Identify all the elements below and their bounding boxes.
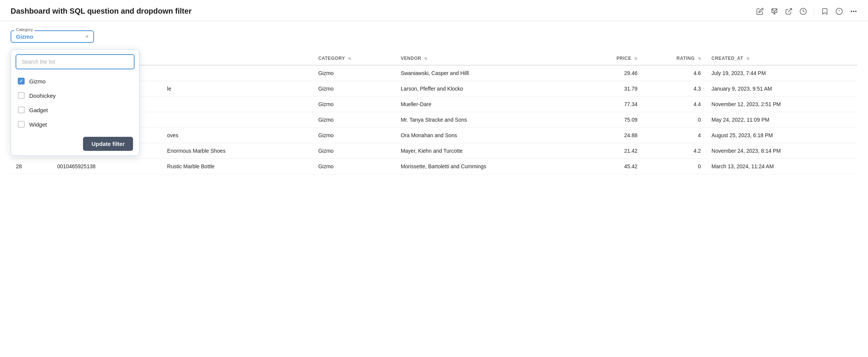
- cell-title: Enormous Marble Shoes: [162, 143, 313, 159]
- sort-icon-price: ⇅: [634, 56, 637, 61]
- sort-icon-category: ⇅: [348, 56, 351, 61]
- subscribe-icon[interactable]: [771, 8, 778, 15]
- cell-created: May 24, 2022, 11:09 PM: [706, 112, 857, 128]
- cell-title: [162, 97, 313, 112]
- col-header-price[interactable]: PRICE ⇅: [574, 52, 642, 65]
- cell-rating: 0: [643, 159, 706, 174]
- option-gizmo[interactable]: Gizmo: [11, 74, 139, 88]
- cell-vendor: Morissette, Bartoletti and Cummings: [395, 159, 574, 174]
- cell-vendor: Mayer, Kiehn and Turcotte: [395, 143, 574, 159]
- cell-category: Gizmo: [313, 112, 396, 128]
- cell-title: Rustic Marble Bottle: [162, 159, 313, 174]
- cell-rating: 4.6: [643, 65, 706, 81]
- option-doohickey-label: Doohickey: [29, 92, 56, 99]
- cell-category: Gizmo: [313, 97, 396, 112]
- col-header-created[interactable]: CREATED_AT ⇅: [706, 52, 857, 65]
- cell-vendor: Ora Monahan and Sons: [395, 128, 574, 143]
- cell-category: Gizmo: [313, 81, 396, 97]
- dropdown-search-container: [16, 54, 135, 69]
- dropdown-options: Gizmo Doohickey Gadget Widget: [11, 72, 139, 133]
- edit-icon[interactable]: [756, 8, 764, 15]
- option-gadget[interactable]: Gadget: [11, 103, 139, 117]
- cell-id: 28: [11, 159, 52, 174]
- svg-point-8: [853, 11, 854, 12]
- header: Dashboard with SQL question and dropdown…: [0, 0, 868, 21]
- cell-rating: 4.3: [643, 81, 706, 97]
- filter-pill[interactable]: Gizmo ×: [11, 30, 94, 43]
- svg-point-9: [855, 11, 857, 12]
- filter-dropdown: Gizmo Doohickey Gadget Widget Update fil…: [11, 49, 139, 156]
- svg-point-7: [851, 11, 852, 12]
- cell-category: Gizmo: [313, 128, 396, 143]
- option-widget[interactable]: Widget: [11, 117, 139, 132]
- filter-label: Category: [14, 27, 34, 32]
- cell-category: Gizmo: [313, 159, 396, 174]
- col-header-vendor[interactable]: VENDOR ⇅: [395, 52, 574, 65]
- checkbox-gizmo[interactable]: [18, 78, 25, 85]
- category-filter: Category Gizmo × Gizmo Doohickey: [11, 30, 94, 43]
- cell-category: Gizmo: [313, 65, 396, 81]
- cell-rating: 4.2: [643, 143, 706, 159]
- filter-clear-icon[interactable]: ×: [85, 34, 89, 40]
- cell-created: January 9, 2023, 9:51 AM: [706, 81, 857, 97]
- info-icon[interactable]: [835, 8, 843, 15]
- option-gizmo-label: Gizmo: [29, 78, 45, 85]
- option-gadget-label: Gadget: [29, 107, 48, 113]
- checkbox-widget[interactable]: [18, 121, 25, 128]
- cell-ean: 0010465925138: [52, 159, 162, 174]
- cell-vendor: Mr. Tanya Stracke and Sons: [395, 112, 574, 128]
- sort-icon-rating: ⇅: [698, 56, 701, 61]
- cell-price: 31.79: [574, 81, 642, 97]
- cell-title: le: [162, 81, 313, 97]
- checkbox-doohickey[interactable]: [18, 92, 25, 99]
- search-input[interactable]: [16, 54, 135, 69]
- divider: [814, 8, 814, 15]
- filter-selected-value: Gizmo: [16, 33, 82, 40]
- cell-created: July 19, 2023, 7:44 PM: [706, 65, 857, 81]
- col-header-rating[interactable]: RATING ⇅: [643, 52, 706, 65]
- option-doohickey[interactable]: Doohickey: [11, 88, 139, 103]
- cell-created: March 13, 2024, 11:24 AM: [706, 159, 857, 174]
- cell-vendor: Mueller-Dare: [395, 97, 574, 112]
- cell-rating: 0: [643, 112, 706, 128]
- main-content: Category Gizmo × Gizmo Doohickey: [0, 21, 868, 183]
- cell-category: Gizmo: [313, 143, 396, 159]
- cell-created: November 12, 2023, 2:51 PM: [706, 97, 857, 112]
- cell-price: 77.34: [574, 97, 642, 112]
- col-header-category[interactable]: CATEGORY ⇅: [313, 52, 396, 65]
- cell-vendor: Larson, Pfeffer and Klocko: [395, 81, 574, 97]
- col-header-title: [162, 52, 313, 65]
- cell-price: 21.42: [574, 143, 642, 159]
- sort-icon-created: ⇅: [746, 56, 749, 61]
- svg-line-2: [788, 8, 791, 12]
- header-icons: [756, 8, 857, 15]
- cell-title: [162, 112, 313, 128]
- checkbox-gadget[interactable]: [18, 106, 25, 113]
- cell-price: 75.09: [574, 112, 642, 128]
- cell-title: [162, 65, 313, 81]
- option-widget-label: Widget: [29, 121, 47, 128]
- cell-rating: 4.4: [643, 97, 706, 112]
- history-icon[interactable]: [799, 8, 807, 15]
- cell-price: 29.46: [574, 65, 642, 81]
- table-row: 28 0010465925138 Rustic Marble Bottle Gi…: [11, 159, 857, 174]
- sort-icon-vendor: ⇅: [424, 56, 427, 61]
- bookmark-icon[interactable]: [821, 8, 829, 15]
- update-filter-button[interactable]: Update filter: [83, 137, 133, 151]
- external-link-icon[interactable]: [785, 8, 793, 15]
- cell-rating: 4: [643, 128, 706, 143]
- more-icon[interactable]: [850, 8, 857, 15]
- cell-price: 45.42: [574, 159, 642, 174]
- cell-vendor: Swaniawski, Casper and Hilll: [395, 65, 574, 81]
- dropdown-footer: Update filter: [11, 133, 139, 152]
- page-title: Dashboard with SQL question and dropdown…: [11, 7, 191, 16]
- cell-created: November 24, 2023, 8:14 PM: [706, 143, 857, 159]
- cell-created: August 25, 2023, 6:18 PM: [706, 128, 857, 143]
- cell-title: oves: [162, 128, 313, 143]
- cell-price: 24.88: [574, 128, 642, 143]
